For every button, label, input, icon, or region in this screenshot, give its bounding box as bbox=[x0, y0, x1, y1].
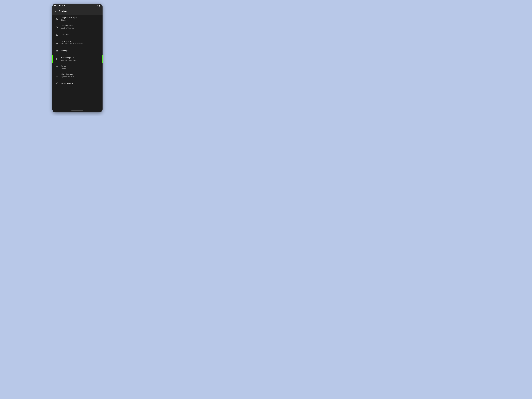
menu-item-rules[interactable]: Rules 0 rules bbox=[52, 63, 102, 72]
backup-text: Backup bbox=[61, 49, 68, 52]
live-translate-title: Live Translate bbox=[61, 25, 74, 27]
multiple-users-subtitle: Signed in as Peter bbox=[61, 76, 74, 78]
menu-item-date-time[interactable]: Date & time GMT+01:00 British Summer Tim… bbox=[52, 38, 102, 47]
system-update-subtitle: Updated to Android 12 bbox=[61, 59, 77, 61]
status-right bbox=[97, 5, 101, 7]
date-time-title: Date & time bbox=[61, 40, 84, 43]
live-translate-text: Live Translate Use Live Translate bbox=[61, 25, 74, 29]
download-icon bbox=[61, 5, 63, 7]
page-title: System bbox=[59, 10, 68, 13]
reset-icon bbox=[55, 81, 59, 86]
rules-title: Rules bbox=[61, 65, 66, 68]
system-update-icon bbox=[55, 57, 59, 61]
clock-icon bbox=[55, 40, 59, 45]
languages-title: Languages & input bbox=[61, 16, 77, 19]
system-update-title: System update bbox=[61, 57, 77, 59]
reset-options-title: Reset options bbox=[61, 82, 73, 85]
system-update-text: System update Updated to Android 12 bbox=[61, 57, 77, 61]
bottom-bar bbox=[52, 109, 102, 113]
battery-icon bbox=[99, 5, 101, 7]
reset-svg bbox=[56, 82, 58, 85]
rules-svg bbox=[56, 66, 58, 69]
languages-text: Languages & input Gboard bbox=[61, 16, 77, 21]
person-svg bbox=[56, 74, 58, 77]
cloud-icon bbox=[64, 5, 65, 7]
gestures-title: Gestures bbox=[61, 33, 69, 36]
menu-item-live-translate[interactable]: Live Translate Use Live Translate bbox=[52, 23, 102, 31]
reset-options-text: Reset options bbox=[61, 82, 73, 85]
clock-svg bbox=[56, 41, 58, 44]
menu-item-languages[interactable]: Languages & input Gboard bbox=[52, 15, 102, 23]
phone-frame: 11:04 ← System bbox=[52, 4, 102, 113]
home-indicator[interactable] bbox=[71, 110, 83, 111]
multiple-users-text: Multiple users Signed in as Peter bbox=[61, 73, 74, 78]
languages-subtitle: Gboard bbox=[61, 19, 77, 21]
backup-svg bbox=[56, 49, 58, 52]
gear-icon bbox=[59, 5, 61, 7]
date-time-subtitle: GMT+01:00 British Summer Time bbox=[61, 43, 84, 45]
wifi-icon bbox=[97, 5, 98, 7]
menu-item-reset-options[interactable]: Reset options bbox=[52, 80, 102, 87]
menu-item-multiple-users[interactable]: Multiple users Signed in as Peter bbox=[52, 71, 102, 80]
status-time: 11:04 bbox=[54, 5, 58, 7]
header: ← System bbox=[52, 8, 102, 15]
rules-icon bbox=[55, 65, 59, 70]
back-button[interactable]: ← bbox=[54, 10, 57, 13]
backup-icon bbox=[55, 48, 59, 53]
rules-subtitle: 0 rules bbox=[61, 68, 66, 70]
menu-item-system-update[interactable]: System update Updated to Android 12 bbox=[52, 55, 102, 63]
gestures-icon bbox=[55, 32, 59, 37]
multiple-users-title: Multiple users bbox=[61, 73, 74, 76]
person-icon bbox=[55, 73, 59, 78]
system-update-svg bbox=[56, 57, 58, 60]
backup-title: Backup bbox=[61, 49, 68, 52]
translate-svg bbox=[56, 25, 58, 28]
translate-icon bbox=[55, 25, 59, 29]
live-translate-subtitle: Use Live Translate bbox=[61, 27, 74, 29]
date-time-text: Date & time GMT+01:00 British Summer Tim… bbox=[61, 40, 84, 45]
gestures-text: Gestures bbox=[61, 33, 69, 36]
globe-svg bbox=[56, 17, 58, 20]
globe-icon bbox=[55, 17, 59, 21]
menu-item-backup[interactable]: Backup bbox=[52, 47, 102, 54]
rules-text: Rules 0 rules bbox=[61, 65, 66, 70]
menu-item-gestures[interactable]: Gestures bbox=[52, 31, 102, 38]
status-left: 11:04 bbox=[54, 5, 65, 7]
content-area: Languages & input Gboard Live Translate … bbox=[52, 15, 102, 109]
status-bar: 11:04 bbox=[52, 4, 102, 8]
gestures-svg bbox=[56, 33, 58, 36]
